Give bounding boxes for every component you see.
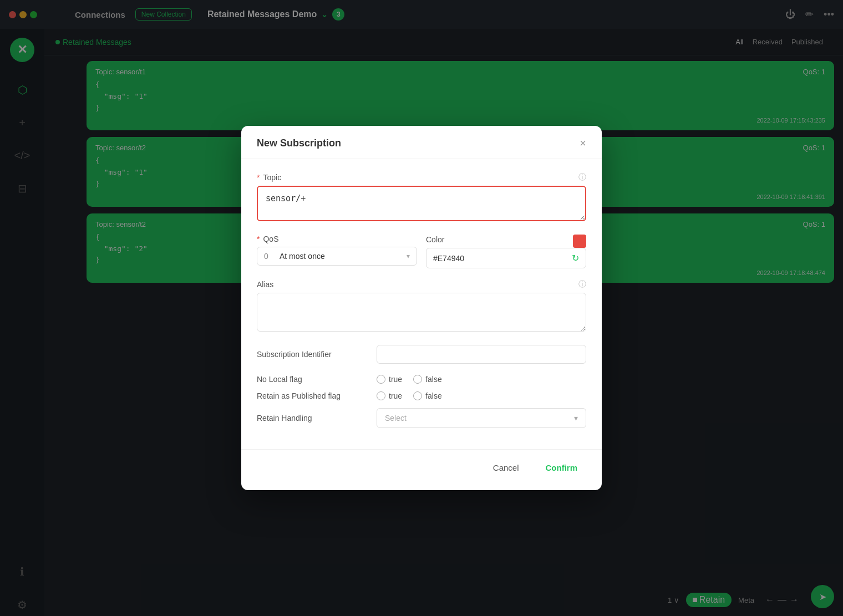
retain-handling-label: Retain Handling [257,414,368,422]
qos-select[interactable]: 0 At most once ▾ [257,247,417,266]
retain-as-published-row: Retain as Published flag true false [257,391,586,400]
qos-section: * QoS 0 At most once ▾ [257,235,417,268]
retain-as-published-false-label: false [425,391,442,400]
topic-form-group: * Topic ⓘ sensor/+ [257,172,586,223]
retain-as-published-false-radio[interactable] [413,391,422,400]
no-local-radio-group: true false [377,375,442,384]
topic-input[interactable]: sensor/+ [257,186,586,221]
color-hex-input[interactable] [433,254,567,263]
retain-handling-row: Retain Handling Select ▾ [257,408,586,428]
retain-as-published-radio-group: true false [377,391,442,400]
retain-as-published-false-option[interactable]: false [413,391,442,400]
modal-body: * Topic ⓘ sensor/+ * QoS 0 At most onc [241,159,602,449]
color-label: Color [426,235,444,244]
no-local-false-label: false [425,375,442,384]
retain-handling-select[interactable]: Select ▾ [377,408,586,428]
new-subscription-modal: New Subscription × * Topic ⓘ sensor/+ [241,126,602,490]
no-local-flag-row: No Local flag true false [257,375,586,384]
qos-color-row: * QoS 0 At most once ▾ Color [257,235,586,268]
no-local-true-radio[interactable] [377,375,385,384]
topic-required-star: * [257,173,260,182]
no-local-label: No Local flag [257,375,368,384]
modal-overlay[interactable]: New Subscription × * Topic ⓘ sensor/+ [0,0,843,616]
no-local-false-radio[interactable] [413,375,422,384]
alias-label: Alias [257,280,273,289]
alias-label-text: Alias [257,280,273,289]
subscription-identifier-row: Subscription Identifier [257,345,586,364]
alias-form-group: Alias ⓘ [257,279,586,334]
subscription-identifier-input[interactable] [377,345,586,364]
qos-required-star: * [257,235,260,243]
retain-as-published-true-label: true [389,391,402,400]
no-local-true-label: true [389,375,402,384]
retain-as-published-true-option[interactable]: true [377,391,402,400]
modal-close-button[interactable]: × [580,137,586,150]
color-swatch[interactable] [573,235,586,248]
topic-info-icon: ⓘ [578,172,586,182]
color-label-text: Color [426,235,444,244]
topic-label-text: Topic [263,173,281,182]
no-local-false-option[interactable]: false [413,375,442,384]
modal-header: New Subscription × [241,126,602,159]
retain-as-published-true-radio[interactable] [377,391,385,400]
qos-description: At most once [280,252,402,261]
refresh-icon[interactable]: ↻ [572,253,579,263]
subscription-identifier-label: Subscription Identifier [257,350,368,359]
color-input-row: ↻ [426,248,586,268]
retain-handling-placeholder: Select [385,414,407,422]
retain-handling-chevron-icon: ▾ [574,414,578,422]
color-section: Color ↻ [426,235,586,268]
modal-title: New Subscription [257,138,341,149]
alias-info-icon: ⓘ [578,279,586,289]
modal-footer: Cancel Confirm [241,449,602,490]
topic-label: * Topic [257,173,281,182]
retain-as-published-label: Retain as Published flag [257,391,368,400]
no-local-true-option[interactable]: true [377,375,402,384]
qos-label: * QoS [257,235,417,243]
qos-label-text: QoS [263,235,278,243]
alias-textarea[interactable] [257,293,586,332]
color-label-row: Color [426,235,586,248]
qos-chevron-down-icon: ▾ [407,252,410,260]
cancel-button[interactable]: Cancel [484,459,528,477]
confirm-button[interactable]: Confirm [537,459,587,477]
topic-label-row: * Topic ⓘ [257,172,586,186]
qos-number: 0 [264,252,275,261]
alias-label-row: Alias ⓘ [257,279,586,293]
